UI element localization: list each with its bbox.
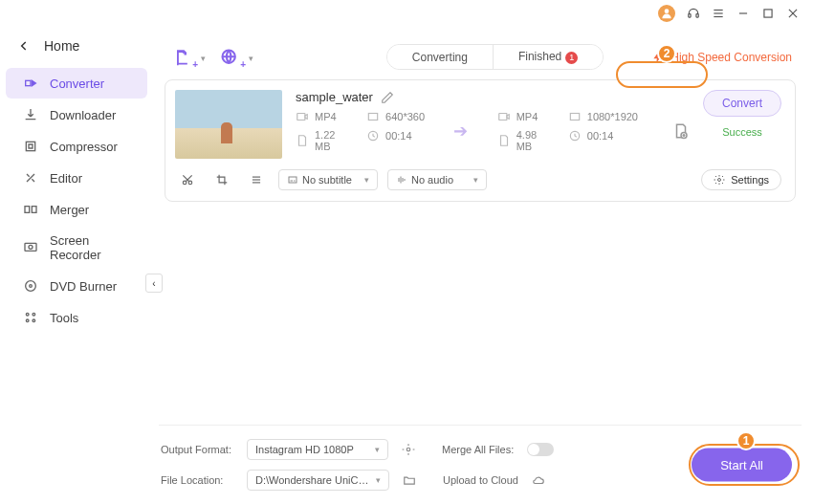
- settings-button[interactable]: Settings: [701, 169, 781, 190]
- callout-2: 2: [657, 44, 676, 63]
- back-icon[interactable]: [17, 39, 31, 53]
- svg-point-0: [665, 9, 670, 13]
- sidebar-item-label: Converter: [50, 77, 104, 91]
- sidebar-item-label: DVD Burner: [50, 279, 117, 294]
- screen-recorder-icon: [23, 240, 38, 255]
- audio-dropdown[interactable]: No audio▾: [387, 169, 487, 190]
- add-file-button[interactable]: + ▾: [168, 47, 195, 68]
- sidebar-item-converter[interactable]: Converter: [6, 68, 147, 99]
- crop-button[interactable]: [209, 168, 234, 191]
- output-format-dropdown[interactable]: Instagram HD 1080P▾: [247, 439, 388, 460]
- tab-segment: Converting Finished1: [386, 44, 604, 70]
- compressor-icon: [23, 139, 38, 154]
- sidebar: Home Converter Downloader Compressor Edi…: [0, 27, 153, 504]
- finished-count-badge: 1: [565, 52, 578, 64]
- output-settings-icon[interactable]: [672, 122, 690, 140]
- clock-icon: [366, 129, 380, 142]
- svg-rect-24: [368, 114, 377, 121]
- video-icon: [296, 110, 309, 123]
- svg-rect-26: [498, 114, 506, 121]
- sidebar-item-label: Tools: [50, 311, 78, 325]
- sidebar-item-tools[interactable]: Tools: [6, 302, 147, 333]
- user-avatar[interactable]: [658, 5, 675, 22]
- svg-rect-23: [297, 114, 305, 121]
- close-button[interactable]: [786, 7, 800, 20]
- file-location-dropdown[interactable]: D:\Wondershare UniConverter 1▾: [247, 470, 389, 491]
- sidebar-item-screen-recorder[interactable]: Screen Recorder: [6, 226, 147, 270]
- sidebar-item-label: Screen Recorder: [50, 233, 130, 262]
- svg-rect-7: [764, 10, 772, 17]
- sidebar-item-label: Merger: [50, 203, 89, 217]
- more-button[interactable]: [244, 168, 269, 191]
- svg-point-19: [33, 313, 35, 316]
- upload-cloud-label: Upload to Cloud: [443, 474, 518, 486]
- file-location-label: File Location:: [161, 474, 233, 486]
- svg-point-15: [29, 245, 33, 249]
- svg-rect-35: [289, 177, 297, 183]
- downloader-icon: [23, 107, 38, 122]
- svg-point-21: [33, 319, 35, 322]
- svg-rect-10: [26, 80, 31, 85]
- subtitle-dropdown[interactable]: No subtitle▾: [278, 169, 378, 190]
- status-label: Success: [703, 126, 781, 138]
- file-card: sample_water MP4 1.22 MB 640*360 00:14 ➔: [165, 79, 796, 202]
- convert-button[interactable]: Convert: [703, 90, 781, 117]
- sidebar-item-label: Downloader: [50, 108, 116, 122]
- maximize-button[interactable]: [761, 7, 775, 20]
- file-name: sample_water: [296, 90, 373, 104]
- home-label[interactable]: Home: [44, 38, 79, 54]
- svg-point-20: [26, 319, 29, 322]
- svg-point-42: [718, 179, 721, 182]
- svg-rect-11: [26, 142, 34, 150]
- svg-rect-1: [689, 14, 691, 17]
- svg-point-16: [26, 281, 36, 292]
- svg-rect-12: [25, 207, 30, 213]
- cloud-icon[interactable]: [532, 473, 545, 487]
- tab-finished[interactable]: Finished1: [494, 45, 603, 69]
- svg-point-17: [30, 285, 33, 288]
- video-thumbnail[interactable]: [175, 90, 282, 159]
- output-format-settings-icon[interactable]: [402, 443, 415, 456]
- svg-point-43: [406, 448, 410, 451]
- minimize-button[interactable]: [736, 7, 750, 20]
- tools-icon: [23, 310, 38, 325]
- sidebar-item-downloader[interactable]: Downloader: [6, 99, 147, 130]
- dvd-icon: [23, 278, 38, 294]
- bottom-bar: Output Format: Instagram HD 1080P▾ Merge…: [159, 425, 802, 504]
- editor-icon: [23, 170, 38, 186]
- callout-1: 1: [736, 431, 756, 450]
- file-icon: [497, 134, 511, 147]
- sidebar-item-compressor[interactable]: Compressor: [6, 131, 147, 162]
- svg-rect-27: [570, 114, 579, 121]
- sidebar-item-label: Editor: [50, 171, 82, 186]
- headset-icon[interactable]: [687, 7, 700, 20]
- cut-button[interactable]: [175, 168, 200, 191]
- svg-rect-14: [25, 243, 36, 251]
- edit-name-icon[interactable]: [381, 91, 394, 104]
- start-all-button[interactable]: Start All: [692, 449, 792, 482]
- video-icon: [497, 110, 511, 123]
- sidebar-item-merger[interactable]: Merger: [6, 194, 147, 225]
- clock-icon: [568, 129, 582, 142]
- sidebar-item-label: Compressor: [50, 140, 118, 154]
- svg-rect-2: [696, 14, 698, 17]
- merge-label: Merge All Files:: [442, 444, 514, 455]
- resolution-icon: [366, 110, 380, 123]
- svg-rect-13: [32, 207, 36, 213]
- menu-icon[interactable]: [712, 7, 725, 20]
- output-format-label: Output Format:: [161, 444, 233, 455]
- sidebar-item-dvd-burner[interactable]: DVD Burner: [6, 271, 147, 301]
- converter-icon: [23, 76, 38, 91]
- resolution-icon: [568, 110, 582, 123]
- svg-point-18: [26, 313, 29, 316]
- open-folder-icon[interactable]: [403, 473, 416, 487]
- sidebar-item-editor[interactable]: Editor: [6, 163, 147, 193]
- arrow-right-icon: ➔: [451, 121, 471, 142]
- merger-icon: [23, 202, 38, 217]
- file-icon: [296, 134, 309, 147]
- add-url-button[interactable]: + ▾: [216, 47, 243, 68]
- tab-converting[interactable]: Converting: [387, 45, 494, 69]
- merge-toggle[interactable]: [527, 443, 554, 456]
